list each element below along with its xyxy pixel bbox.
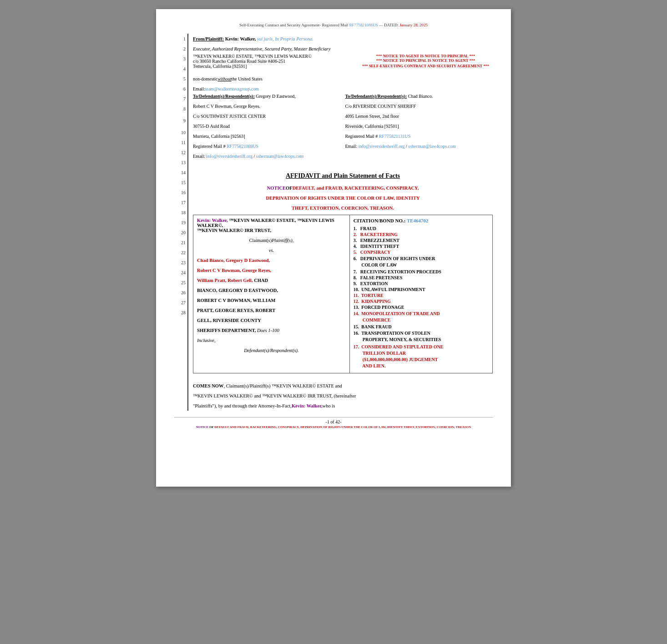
address2: Temecula, California [92591]	[193, 64, 247, 69]
affidavit-title-text: AFFIDAVIT and Plain Statement of Facts	[286, 172, 400, 180]
line-num-25: 25	[174, 277, 186, 287]
notice-line1: *** NOTICE TO AGENT IS NOTICE TO PRINCIP…	[359, 54, 493, 58]
charges-list: 1. FRAUD 2. RACKETEERING 3. EMBEZZLEMENT…	[354, 226, 489, 369]
charge-7: 7. RECEIVING EXTORTION PROCEEDS	[354, 269, 489, 274]
defendant-type-row: Defendant(s)/Respondent(s).	[197, 348, 346, 358]
def-left-email1: info@riversidesheriff.org	[206, 154, 253, 159]
charge-3: 3. EMBEZZLEMENT	[354, 238, 489, 243]
claimant-rest2: ™KEVIN WALKER© IRR TRUST,	[197, 228, 271, 233]
address1: c/o 30650 Rancho California Road Suite #…	[193, 59, 354, 64]
def-left-reg-id: RF775821088US	[227, 144, 258, 149]
notice-of: OF	[286, 186, 293, 191]
line-28-comes-now: "Plaintiffs"), by and through their Atto…	[193, 401, 493, 411]
defendant-names-row8: SHERIFFS DEPARTMENT, Does 1-100	[197, 328, 346, 338]
notice-line3: *** SELF-EXECUTING CONTRACT AND SECURITY…	[359, 64, 493, 68]
def-right-label: To/Defendant(s)/Respondent(s):	[345, 94, 407, 99]
line-26-comes-now: COMES NOW, Claimant(s)/Plaintiff(s) ™KEV…	[193, 381, 493, 391]
def-names-black3: ROBERT C V BOWMAN, WILLIAM	[197, 298, 275, 303]
line-num-10: 10	[174, 127, 186, 137]
document-page: Self-Executing Contract and Security Agr…	[156, 9, 511, 487]
header-dated: — DATED:	[378, 23, 400, 27]
document-footer: -1 of 42- NOTICE OF DEFAULT AND FRAUD, R…	[174, 417, 493, 429]
claimant-type1: Claimant(s)	[249, 238, 272, 243]
footer-page: -1 of 42-	[174, 419, 493, 424]
line-num-7: 7	[174, 94, 186, 104]
footer-notice-red1: DEFAULT AND FRAUD, RACKETEERING, CONSPIR…	[214, 425, 471, 429]
charge-6: 6. DEPRIVATION OF RIGHTS UNDER COLOR OF …	[354, 256, 489, 268]
notice-line3: THEFT, EXTORTION, COERCION, TREASON.	[292, 206, 394, 211]
line-num-18: 18	[174, 207, 186, 217]
def-right-addr1: C/o RIVERSIDE COUNTY SHERIFF	[345, 104, 416, 109]
citation-label: CITATION/BOND NO.:	[354, 218, 406, 223]
footer-notice: NOTICE OF DEFAULT AND FRAUD, RACKETEERIN…	[174, 425, 493, 429]
defendants-section: To/Defendant(s)/Respondent(s): Gregory D…	[193, 94, 493, 164]
def-left-email-sep: /	[253, 154, 256, 159]
vs-text: vs.	[269, 248, 274, 253]
notice-title-line1: NOTICE OF DEFAULT, and FRAUD, RACKETEERI…	[193, 183, 493, 193]
line-num-17: 17	[174, 197, 186, 207]
def-names-black: CHAD	[254, 278, 268, 283]
line-4-email: Email: team@walkernovagroup.com	[193, 84, 493, 94]
claimant-name-row: Kevin: Walker, ™KEVIN WALKER© ESTATE, ™K…	[197, 218, 346, 228]
line-num-3: 3	[174, 54, 186, 64]
line-num-11: 11	[174, 137, 186, 147]
line-num-2: 2	[174, 44, 186, 54]
charge-13: 13. FORCED PEONAGE	[354, 305, 489, 310]
def-left-addr1-row: C/o SOUTHWEST JUSTICE CENTER	[193, 114, 341, 124]
charge-12: 12. KIDNAPPING	[354, 299, 489, 304]
def-right-addr2-row: 4095 Lemon Street, 2nd floor	[345, 114, 493, 124]
defendant-names-row1: Chad Bianco, Gregory D Eastwood,	[197, 258, 346, 268]
def-right-addr3-row: Riverside, California [92501]	[345, 124, 493, 134]
notice-title-line2: DEPRIVATION OF RIGHTS UNDER THE COLOR OF…	[193, 193, 493, 203]
comes-now-rest: , Claimant(s)/Plaintiff(s) ™KEVIN WALKER…	[223, 383, 342, 388]
charge-10: 10. UNLAWFUL IMPRISONMENT	[354, 287, 489, 292]
defendant-names-row5: ROBERT C V BOWMAN, WILLIAM	[197, 298, 346, 308]
line-num-24: 24	[174, 267, 186, 277]
defendant-left: To/Defendant(s)/Respondent(s): Gregory D…	[193, 94, 341, 164]
charge-2: 2. RACKETEERING	[354, 232, 489, 237]
charge-17: 17. CONSIDERED AND STIPULATED ONE TRILLI…	[354, 344, 489, 369]
defendant-names-row9: Inclusive,	[197, 338, 346, 348]
line-num-9: 9	[174, 114, 186, 127]
defendant-names-row3: William Pratt, Robert Gell, CHAD	[197, 278, 346, 288]
def-names-black5: GELL, RIVERSIDE COUNTY	[197, 318, 261, 323]
defendant-type: Defendant(s)/Respondent(s).	[244, 348, 298, 353]
def-left-name2-row: Robert C V Bowman, George Reyes.	[193, 104, 341, 114]
def-left-addr2: 30755-D Auld Road	[193, 124, 230, 129]
defendant-names-row6: PRATT, GEORGE REYES, ROBERT	[197, 308, 346, 318]
line-num-13: 13	[174, 157, 186, 167]
line-num-6: 6	[174, 84, 186, 94]
charge-14: 14. MONOPOLIZATION OF TRADE AND COMMERCE	[354, 311, 489, 323]
line-num-14: 14	[174, 167, 186, 177]
defendant-names-row4: BIANCO, GREGORY D EASTWOOD,	[197, 288, 346, 298]
def-left-addr3: Murrieta, California [92563]	[193, 134, 245, 139]
from-label: From/Plaintiff:	[193, 36, 224, 41]
charge-1: 1. FRAUD	[354, 226, 489, 231]
def-names-black6: SHERIFFS DEPARTMENT,	[197, 328, 256, 333]
def-names-black2: BIANCO, GREGORY D EASTWOOD,	[197, 288, 278, 293]
line-num-23: 23	[174, 257, 186, 267]
def-left-reg-label: Registered Mail #	[193, 144, 227, 149]
line-27-comes-now: ™KEVIN LEWIS WALKER© and ™KEVIN WALKER© …	[193, 391, 493, 401]
def-right-reg-id: RF775821131US	[379, 134, 411, 139]
def-left-email-row: Email: info@riversidesheriff.org / ssher…	[193, 154, 341, 164]
address3: non-domestic	[193, 76, 217, 81]
line-num-15: 15	[174, 177, 186, 187]
def-right-email-row: Email: info@riversidesheriff.org / ssher…	[345, 144, 493, 154]
line-num-12: 12	[174, 147, 186, 157]
line-num-27: 27	[174, 297, 186, 307]
citation-title: CITATION/BOND NO.: TE464702	[354, 218, 489, 223]
def-right-email2: ssherman@law4cops.com	[408, 144, 455, 149]
defendant-right: To/Defendant(s)/Respondent(s): Chad Bian…	[345, 94, 493, 164]
claimant-purple: Kevin: Walker,	[197, 218, 228, 223]
from-name: Kevin: Walker,	[225, 36, 256, 41]
notice-box-3: *** SELF-EXECUTING CONTRACT AND SECURITY…	[359, 64, 493, 74]
footer-notice-purple: NOTICE	[196, 425, 209, 429]
claimant-type-row: Claimant(s)Plaintiff(s),	[197, 238, 346, 248]
charge-11: 11. TORTURE	[354, 293, 489, 298]
def-right-email1: info@riversidesheriff.org	[359, 144, 405, 149]
address-block: ™KEVIN WALKER© ESTATE, ™KEVIN LEWIS WALK…	[193, 54, 354, 64]
comes-now-bold: COMES NOW	[193, 383, 223, 388]
def-right-reg-label: Registered Mail #	[345, 134, 379, 139]
charge-16: 16. TRANSPORTATION OF STOLEN PROPERTY, M…	[354, 330, 489, 343]
